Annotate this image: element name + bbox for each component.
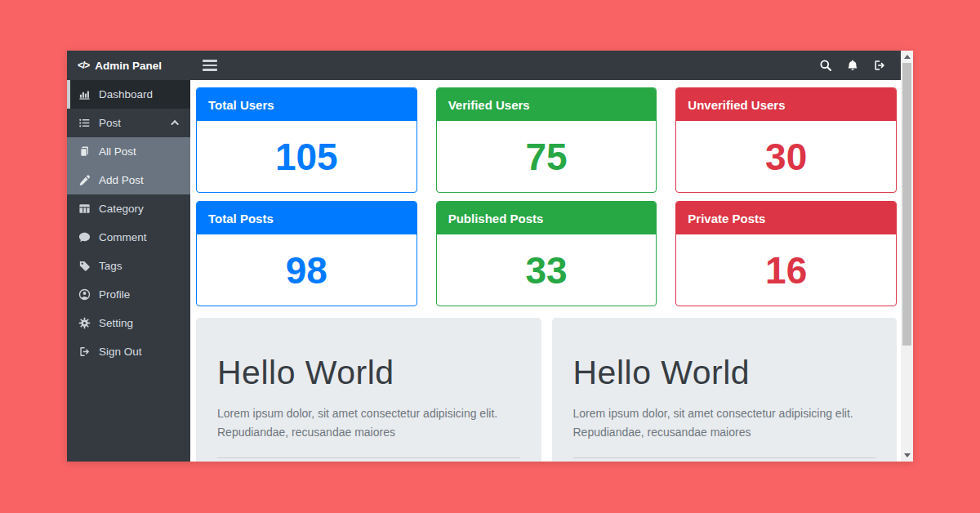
jumbotron-row: Hello World Lorem ipsum dolor, sit amet … — [196, 318, 897, 462]
stat-card-value: 30 — [676, 121, 896, 193]
jumbotron-heading: Hello World — [573, 354, 876, 392]
stat-card-value: 75 — [437, 121, 657, 193]
dashboard-content: Total Users 105 Verified Users 75 Unveri… — [190, 80, 901, 462]
bar-chart-icon — [78, 88, 91, 101]
search-icon[interactable] — [816, 56, 835, 75]
scroll-down-arrow[interactable] — [901, 449, 913, 462]
stat-card-total-users: Total Users 105 — [196, 87, 417, 193]
admin-panel-window: </> Admin Panel — [67, 51, 913, 462]
sidebar-item-label: Post — [99, 117, 121, 129]
brand-title: Admin Panel — [95, 60, 162, 72]
stat-card-title: Verified Users — [437, 88, 657, 121]
sidebar-item-label: Comment — [99, 231, 147, 243]
sidebar-item-label: Add Post — [99, 174, 144, 186]
files-icon — [78, 145, 91, 158]
sidebar-item-category[interactable]: Category — [67, 194, 190, 223]
stat-card-value: 98 — [197, 234, 416, 306]
hamburger-menu-icon[interactable] — [199, 56, 220, 74]
sidebar-item-label: Category — [99, 203, 144, 215]
scroll-up-arrow[interactable] — [901, 51, 913, 63]
sidebar-item-label: Dashboard — [99, 88, 153, 100]
jumbotron-heading: Hello World — [217, 354, 520, 392]
stat-card-title: Total Users — [197, 88, 416, 121]
pencil-icon — [78, 174, 91, 187]
top-navbar: </> Admin Panel — [67, 51, 901, 80]
sidebar-item-all-post[interactable]: All Post — [67, 137, 190, 166]
stat-card-value: 105 — [197, 121, 416, 193]
sidebar-item-label: Tags — [99, 260, 122, 272]
main-column: </> Admin Panel — [67, 51, 901, 462]
sidebar: Dashboard Post — [67, 80, 190, 462]
sidebar-item-sign-out[interactable]: Sign Out — [67, 337, 190, 366]
list-icon — [78, 117, 91, 130]
sidebar-item-comment[interactable]: Comment — [67, 223, 190, 252]
bell-icon[interactable] — [843, 56, 862, 75]
stat-card-title: Total Posts — [197, 202, 416, 234]
code-icon: </> — [78, 60, 89, 71]
stats-row-1: Total Users 105 Verified Users 75 Unveri… — [196, 87, 897, 193]
stat-card-private-posts: Private Posts 16 — [675, 201, 897, 306]
sidebar-item-dashboard[interactable]: Dashboard — [67, 80, 190, 109]
topbar-actions — [816, 56, 889, 75]
sidebar-item-setting[interactable]: Setting — [67, 309, 190, 337]
person-circle-icon — [78, 288, 91, 301]
sign-out-icon[interactable] — [870, 56, 889, 75]
sidebar-item-post[interactable]: Post — [67, 109, 190, 137]
chevron-up-icon — [171, 120, 179, 128]
stat-card-unverified-users: Unverified Users 30 — [675, 87, 897, 193]
gear-icon — [78, 317, 91, 330]
window-body: Dashboard Post — [67, 80, 901, 462]
sidebar-item-label: Sign Out — [99, 346, 142, 358]
sidebar-item-label: Profile — [99, 288, 130, 301]
divider — [573, 457, 876, 458]
brand[interactable]: </> Admin Panel — [67, 60, 190, 72]
sidebar-item-tags[interactable]: Tags — [67, 252, 190, 280]
table-icon — [78, 203, 91, 216]
chat-icon — [78, 231, 91, 244]
sidebar-item-add-post[interactable]: Add Post — [67, 166, 190, 194]
divider — [217, 457, 520, 458]
scrollbar-thumb[interactable] — [902, 63, 911, 346]
sidebar-item-label: All Post — [99, 145, 136, 158]
jumbotron-left: Hello World Lorem ipsum dolor, sit amet … — [196, 318, 541, 462]
vertical-scrollbar[interactable] — [901, 51, 913, 462]
stat-card-total-posts: Total Posts 98 — [196, 201, 417, 306]
stat-card-title: Unverified Users — [676, 88, 896, 121]
sidebar-item-label: Setting — [99, 317, 133, 329]
stat-card-value: 33 — [437, 234, 657, 306]
stats-row-2: Total Posts 98 Published Posts 33 Privat… — [196, 201, 897, 306]
tag-icon — [78, 260, 91, 273]
stat-card-title: Private Posts — [676, 202, 896, 234]
jumbotron-right: Hello World Lorem ipsum dolor, sit amet … — [552, 318, 898, 462]
sidebar-item-profile[interactable]: Profile — [67, 280, 190, 309]
sign-out-icon — [78, 346, 91, 359]
jumbotron-text: Lorem ipsum dolor, sit amet consectetur … — [573, 404, 876, 442]
jumbotron-text: Lorem ipsum dolor, sit amet consectetur … — [217, 404, 520, 442]
stat-card-title: Published Posts — [437, 202, 657, 234]
stat-card-value: 16 — [676, 234, 896, 306]
stat-card-published-posts: Published Posts 33 — [436, 201, 657, 306]
stat-card-verified-users: Verified Users 75 — [436, 87, 657, 193]
